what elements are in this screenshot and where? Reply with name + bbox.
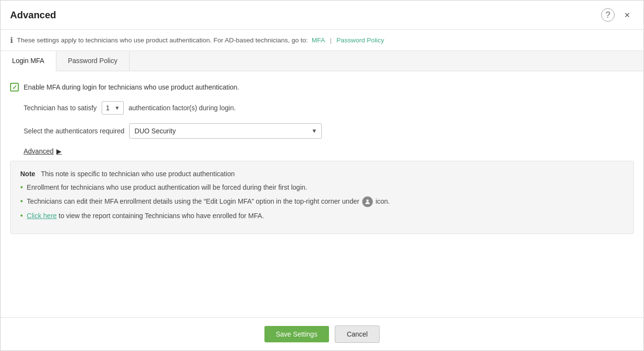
close-button[interactable]: × xyxy=(620,8,634,22)
header-icons: ? × xyxy=(601,8,634,22)
click-here-suffix: to view the report containing Technician… xyxy=(57,212,264,220)
pipe-separator: | xyxy=(330,37,332,44)
authenticator-label: Select the authenticators required xyxy=(24,127,124,135)
tab-password-policy[interactable]: Password Policy xyxy=(56,51,130,71)
dialog-footer: Save Settings Cancel xyxy=(0,317,644,351)
dialog-body: Enable MFA during login for technicians … xyxy=(0,71,644,317)
info-text: These settings apply to technicians who … xyxy=(17,37,308,44)
advanced-toggle[interactable]: Advanced ▶ xyxy=(24,147,634,155)
note-item-2: Technicians can edit their MFA enrollmen… xyxy=(20,196,624,207)
note-header: Note xyxy=(20,170,35,178)
satisfy-label-before: Technician has to satisfy xyxy=(24,104,97,112)
info-icon: ℹ xyxy=(10,36,13,45)
user-svg xyxy=(364,198,371,205)
cancel-button[interactable]: Cancel xyxy=(335,325,380,343)
satisfy-row: Technician has to satisfy 1 2 ▼ authenti… xyxy=(24,101,634,115)
help-button[interactable]: ? xyxy=(601,8,615,22)
satisfy-label-after: authentication factor(s) during login. xyxy=(129,104,236,112)
enable-mfa-checkbox[interactable] xyxy=(10,83,19,91)
user-avatar-icon xyxy=(362,196,373,207)
mfa-link[interactable]: MFA xyxy=(312,37,325,44)
authenticator-select-wrapper: DUO Security TOTP Email OTP ▼ xyxy=(129,123,322,139)
note-list: Enrollment for technicians who use produ… xyxy=(20,182,624,221)
advanced-dialog: Advanced ? × ℹ These settings apply to t… xyxy=(0,0,644,351)
click-here-link[interactable]: Click here xyxy=(27,212,57,220)
authenticator-select[interactable]: DUO Security TOTP Email OTP xyxy=(129,123,322,139)
save-settings-button[interactable]: Save Settings xyxy=(264,326,329,342)
advanced-toggle-arrow: ▶ xyxy=(56,147,62,155)
help-icon: ? xyxy=(605,10,610,20)
dialog-title: Advanced xyxy=(10,10,56,21)
tab-login-mfa[interactable]: Login MFA xyxy=(0,51,56,71)
close-icon: × xyxy=(624,10,630,21)
info-bar: ℹ These settings apply to technicians wh… xyxy=(0,30,644,51)
factor-select[interactable]: 1 2 xyxy=(102,101,124,115)
tab-bar: Login MFA Password Policy xyxy=(0,51,644,71)
note-description: This note is specific to technician who … xyxy=(41,170,235,178)
enable-mfa-row: Enable MFA during login for technicians … xyxy=(10,83,634,91)
authenticator-row: Select the authenticators required DUO S… xyxy=(24,123,634,139)
note-item-1: Enrollment for technicians who use produ… xyxy=(20,182,624,193)
advanced-toggle-label: Advanced xyxy=(24,147,53,155)
note-section: Note This note is specific to technician… xyxy=(10,161,634,234)
enable-mfa-label: Enable MFA during login for technicians … xyxy=(24,83,239,91)
dialog-header: Advanced ? × xyxy=(0,0,644,30)
note-item-3: Click here to view the report containing… xyxy=(20,211,624,221)
svg-point-0 xyxy=(366,200,368,202)
password-policy-link[interactable]: Password Policy xyxy=(336,37,384,44)
factor-select-wrapper: 1 2 ▼ xyxy=(102,101,124,115)
